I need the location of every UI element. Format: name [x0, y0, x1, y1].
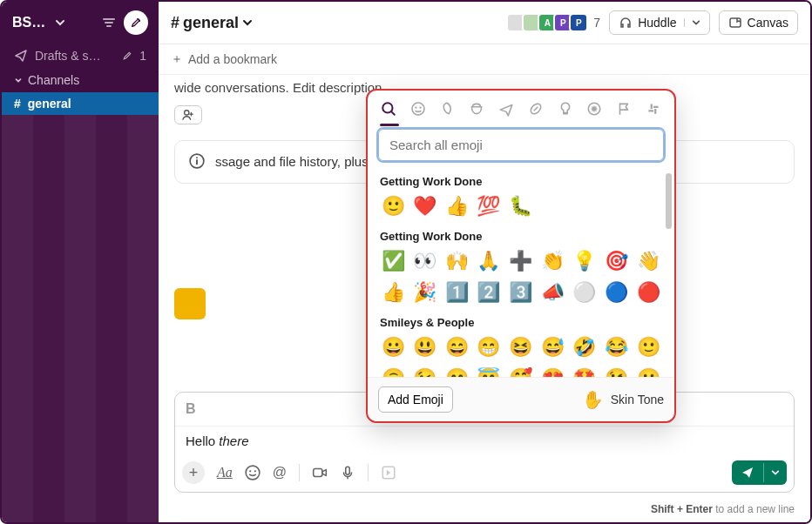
emoji-cell[interactable]: 🔴	[635, 279, 661, 306]
chevron-down-icon[interactable]	[684, 18, 700, 27]
member-avatars[interactable]: A P P 7	[510, 13, 600, 32]
info-icon	[189, 153, 205, 171]
emoji-cell[interactable]: ➕	[508, 248, 534, 274]
emoji-cell[interactable]: 💯	[476, 193, 502, 219]
emoji-cell[interactable]: 🐛	[508, 193, 534, 219]
emoji-cell[interactable]: 🤩	[572, 366, 598, 377]
filter-icon[interactable]	[101, 15, 117, 30]
emoji-cell[interactable]: 🙂	[635, 334, 661, 360]
shortcut-icon[interactable]	[381, 465, 396, 480]
channel-label: general	[28, 97, 71, 111]
drafts-count: 1	[139, 49, 146, 63]
microphone-icon[interactable]	[340, 465, 355, 480]
chevron-down-icon	[52, 15, 68, 30]
channels-header-label: Channels	[28, 73, 79, 87]
nature-category-icon[interactable]	[439, 99, 457, 118]
channel-general[interactable]: # general	[2, 92, 159, 115]
emoji-cell[interactable]: ⚪	[572, 279, 598, 306]
smileys-category-icon[interactable]	[409, 99, 427, 118]
mention-icon[interactable]: @	[273, 465, 287, 480]
workspace-header[interactable]: BS…	[2, 2, 159, 44]
svg-point-4	[249, 470, 251, 472]
svg-rect-6	[314, 469, 322, 477]
emoji-search-wrap	[368, 124, 674, 170]
travel-category-icon[interactable]	[497, 99, 515, 118]
video-icon[interactable]	[312, 465, 328, 480]
emoji-cell[interactable]: 😍	[539, 366, 565, 377]
add-people-button[interactable]	[174, 105, 202, 124]
svg-point-12	[419, 107, 421, 109]
slack-category-icon[interactable]	[645, 99, 662, 118]
emoji-cell[interactable]: 3️⃣	[508, 279, 534, 306]
emoji-search-input[interactable]	[378, 129, 664, 161]
bold-indicator: B	[186, 401, 196, 416]
emoji-cell[interactable]: 👍	[443, 193, 470, 219]
activities-category-icon[interactable]	[527, 99, 545, 118]
emoji-cell[interactable]: 😄	[443, 334, 470, 360]
emoji-cell[interactable]: 😃	[412, 334, 438, 360]
scrollbar-thumb[interactable]	[666, 173, 672, 229]
svg-point-1	[185, 111, 189, 115]
emoji-scroll[interactable]: Getting Work Done🙂❤️👍💯🐛Getting Work Done…	[368, 170, 674, 377]
canvas-button[interactable]: Canvas	[719, 10, 798, 35]
composer-text[interactable]: Hello there	[175, 427, 794, 455]
emoji-cell[interactable]: 😉	[412, 366, 438, 377]
add-emoji-button[interactable]: Add Emoji	[378, 386, 453, 413]
hand-icon: ✋	[582, 389, 604, 410]
emoji-cell[interactable]: 😅	[539, 334, 565, 360]
search-icon[interactable]	[380, 99, 397, 118]
objects-category-icon[interactable]	[557, 99, 574, 118]
symbols-category-icon[interactable]	[586, 99, 604, 118]
emoji-cell[interactable]: 🤣	[572, 334, 598, 360]
emoji-icon[interactable]	[245, 465, 261, 480]
emoji-section-header: Getting Work Done	[380, 170, 662, 193]
emoji-cell[interactable]: 😘	[604, 366, 630, 377]
emoji-cell[interactable]: 👍	[380, 279, 406, 306]
sidebar-blur	[2, 115, 159, 522]
food-category-icon[interactable]	[468, 99, 485, 118]
emoji-cell[interactable]: 🙃	[380, 366, 406, 377]
canvas-icon	[728, 16, 742, 30]
channel-name-button[interactable]: # general	[171, 14, 253, 32]
attach-button[interactable]: +	[182, 461, 205, 484]
svg-point-11	[415, 107, 416, 109]
huddle-label: Huddle	[638, 16, 676, 30]
emoji-cell[interactable]: 😂	[604, 334, 630, 360]
emoji-cell[interactable]: 😁	[476, 334, 502, 360]
sidebar-drafts[interactable]: Drafts & s… 1	[2, 44, 159, 68]
emoji-cell[interactable]: 📣	[539, 279, 565, 306]
emoji-cell[interactable]: 👋	[635, 248, 661, 274]
add-bookmark[interactable]: ＋ Add a bookmark	[159, 44, 810, 75]
emoji-cell[interactable]: ✅	[380, 248, 406, 274]
huddle-button[interactable]: Huddle	[609, 10, 709, 35]
emoji-cell[interactable]: 😊	[443, 366, 470, 377]
emoji-cell[interactable]: 😆	[508, 334, 534, 360]
skin-tone-button[interactable]: ✋ Skin Tone	[582, 389, 664, 410]
compose-button[interactable]	[124, 10, 148, 35]
composer-hint: Shift + Enter to add a new line	[159, 500, 810, 522]
hint-rest: to add a new line	[713, 503, 795, 515]
flags-category-icon[interactable]	[615, 99, 633, 118]
chevron-down-icon[interactable]	[763, 463, 787, 482]
emoji-cell[interactable]: 🎉	[412, 279, 438, 306]
emoji-cell[interactable]: 😇	[476, 366, 502, 377]
emoji-cell[interactable]: 🥰	[508, 366, 534, 377]
send-button[interactable]	[732, 460, 787, 485]
emoji-cell[interactable]: 👏	[539, 248, 565, 274]
emoji-cell[interactable]: 🙏	[476, 248, 502, 274]
formatting-icon[interactable]: Aa	[217, 465, 233, 480]
add-bookmark-label: Add a bookmark	[188, 52, 277, 66]
emoji-cell[interactable]: 2️⃣	[476, 279, 502, 306]
emoji-cell[interactable]: 👀	[412, 248, 438, 274]
emoji-picker: Getting Work Done🙂❤️👍💯🐛Getting Work Done…	[366, 89, 676, 423]
emoji-cell[interactable]: 🔵	[604, 279, 630, 306]
emoji-cell[interactable]: 🙂	[380, 193, 406, 219]
emoji-cell[interactable]: 🎯	[604, 248, 630, 274]
emoji-cell[interactable]: 😗	[635, 366, 661, 377]
emoji-cell[interactable]: 🙌	[443, 248, 470, 274]
emoji-cell[interactable]: ❤️	[412, 193, 438, 219]
emoji-cell[interactable]: 1️⃣	[443, 279, 470, 306]
sidebar-section-channels[interactable]: Channels	[2, 68, 159, 92]
emoji-cell[interactable]: 😀	[380, 334, 406, 360]
emoji-cell[interactable]: 💡	[572, 248, 598, 274]
